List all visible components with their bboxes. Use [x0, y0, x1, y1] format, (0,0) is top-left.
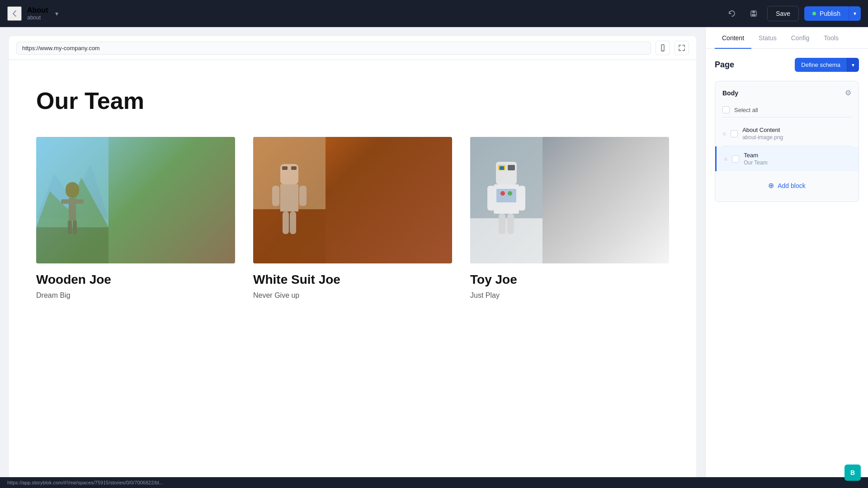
- url-input[interactable]: [16, 42, 651, 55]
- team-card-desc-2: Just Play: [470, 291, 669, 300]
- svg-rect-14: [73, 221, 77, 234]
- select-all-row: Select all: [722, 103, 851, 117]
- save-button[interactable]: Save: [767, 6, 799, 21]
- panel-page-title: Page: [715, 60, 734, 70]
- page-title-group: About about: [27, 6, 48, 21]
- svg-point-37: [500, 191, 505, 196]
- svg-rect-29: [500, 166, 504, 170]
- publish-status-dot: [812, 12, 816, 15]
- svg-rect-16: [253, 209, 326, 263]
- team-card-2: Toy Joe Just Play: [470, 137, 669, 300]
- svg-rect-22: [299, 186, 307, 206]
- panel-body: Page Define schema ▾ Body ⚙ Select all ≡: [706, 49, 868, 488]
- svg-rect-34: [499, 214, 505, 234]
- page-subtitle: about: [27, 14, 48, 21]
- select-all-label: Select all: [734, 107, 758, 113]
- team-card-1: White Suit Joe Never Give up: [253, 137, 452, 300]
- block-item-0[interactable]: ≡ About Content about-image.png: [722, 121, 851, 146]
- panel-tabs: Content Status Config Tools: [706, 27, 868, 49]
- publish-dropdown-button[interactable]: ▾: [849, 6, 861, 21]
- svg-point-38: [508, 191, 512, 196]
- preview-area: Our Team: [0, 27, 705, 488]
- status-bar: https://app.storyblok.com/#!/me/spaces/7…: [0, 477, 868, 488]
- svg-rect-20: [280, 184, 298, 211]
- block-name-1: Team: [744, 152, 851, 159]
- status-url: https://app.storyblok.com/#!/me/spaces/7…: [7, 480, 163, 485]
- svg-rect-12: [75, 199, 84, 204]
- block-sub-0: about-image.png: [742, 134, 851, 141]
- drag-handle-1: ≡: [724, 155, 727, 163]
- body-section: Body ⚙ Select all ≡ About Content about-…: [715, 81, 859, 202]
- page-title: About: [27, 6, 48, 14]
- svg-rect-11: [61, 199, 69, 204]
- add-block-plus-icon: ⊕: [768, 181, 774, 190]
- team-card-name-0: Wooden Joe: [36, 272, 235, 287]
- page-heading: Our Team: [36, 87, 669, 114]
- tab-content[interactable]: Content: [715, 27, 751, 49]
- mobile-view-button[interactable]: [656, 41, 670, 55]
- panel-page-header: Page Define schema ▾: [715, 58, 859, 72]
- publish-group: Publish ▾: [804, 6, 861, 21]
- topbar-chevron-icon[interactable]: ▾: [55, 10, 58, 17]
- topbar: About about ▾ Save Publish ▾: [0, 0, 868, 27]
- svg-rect-21: [272, 186, 279, 206]
- team-card-0: Wooden Joe Dream Big: [36, 137, 235, 300]
- add-block-button[interactable]: ⊕ Add block: [722, 177, 851, 194]
- drag-handle-0: ≡: [722, 130, 726, 137]
- block-info-1: Team Our Team: [744, 152, 851, 166]
- svg-rect-33: [518, 186, 525, 211]
- svg-rect-2: [752, 14, 755, 16]
- define-schema-button[interactable]: Define schema: [795, 58, 847, 72]
- team-card-image-0: [36, 137, 235, 263]
- svg-rect-36: [496, 189, 516, 202]
- browser-bar: [9, 36, 696, 60]
- block-sub-1: Our Team: [744, 160, 851, 166]
- svg-rect-1: [752, 11, 755, 13]
- team-card-desc-1: Never Give up: [253, 291, 452, 300]
- block-name-0: About Content: [742, 127, 851, 133]
- team-card-image-1: [253, 137, 452, 263]
- svg-rect-32: [487, 186, 495, 211]
- define-schema-dropdown-button[interactable]: ▾: [847, 58, 859, 72]
- svg-rect-23: [283, 211, 289, 234]
- team-card-name-1: White Suit Joe: [253, 272, 452, 287]
- undo-button[interactable]: [724, 5, 740, 22]
- svg-rect-13: [68, 221, 72, 234]
- team-card-image-2: [470, 137, 669, 263]
- svg-rect-24: [290, 211, 296, 234]
- block-checkbox-0[interactable]: [731, 130, 738, 137]
- save-draft-button[interactable]: [745, 5, 762, 22]
- team-card-desc-0: Dream Big: [36, 291, 235, 300]
- body-header: Body ⚙: [722, 89, 851, 97]
- svg-rect-18: [282, 166, 288, 170]
- main-layout: Our Team: [0, 27, 868, 488]
- svg-rect-10: [69, 198, 76, 221]
- select-all-checkbox[interactable]: [722, 106, 730, 113]
- right-panel: Content Status Config Tools Page Define …: [705, 27, 868, 488]
- fullscreen-button[interactable]: [675, 41, 689, 55]
- preview-content: Our Team: [9, 60, 696, 479]
- body-label: Body: [722, 89, 738, 97]
- team-grid: Wooden Joe Dream Big: [36, 137, 669, 300]
- svg-rect-26: [470, 218, 542, 263]
- define-schema-group: Define schema ▾: [795, 58, 859, 72]
- block-checkbox-1[interactable]: [732, 155, 739, 163]
- tab-tools[interactable]: Tools: [816, 27, 846, 49]
- add-block-label: Add block: [778, 182, 805, 189]
- back-button[interactable]: [7, 6, 22, 21]
- storyblok-button[interactable]: B: [844, 465, 861, 481]
- svg-rect-9: [66, 182, 79, 198]
- svg-rect-8: [36, 227, 108, 263]
- svg-rect-30: [508, 165, 515, 170]
- svg-rect-35: [507, 214, 514, 234]
- block-item-1[interactable]: ≡ Team Our Team: [715, 146, 859, 171]
- team-card-name-2: Toy Joe: [470, 272, 669, 287]
- tab-status[interactable]: Status: [751, 27, 784, 49]
- tab-config[interactable]: Config: [784, 27, 816, 49]
- block-info-0: About Content about-image.png: [742, 127, 851, 141]
- svg-point-4: [662, 50, 663, 51]
- svg-rect-19: [291, 166, 297, 170]
- gear-icon[interactable]: ⚙: [845, 89, 851, 97]
- publish-button[interactable]: Publish: [804, 6, 849, 21]
